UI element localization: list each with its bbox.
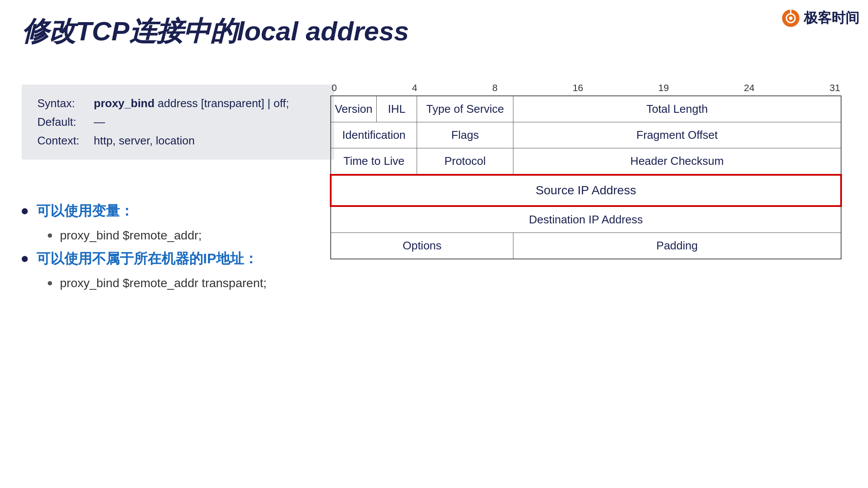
bullet-l2-remote-addr: proxy_bind $remote_addr;	[48, 229, 266, 242]
syntax-row-syntax: Syntax: proxy_bind address [transparent]…	[37, 97, 319, 110]
field-version: Version	[331, 96, 376, 122]
bullet-dot	[22, 208, 28, 214]
bit-19: 19	[658, 82, 669, 94]
bullets-section: 可以使用变量： proxy_bind $remote_addr; 可以使用不属于…	[22, 202, 266, 297]
bit-24: 24	[744, 82, 754, 94]
ip-row-3: Time to Live Protocol Header Checksum	[331, 148, 841, 175]
syntax-row-default: Default: —	[37, 115, 319, 129]
logo-area: 极客时间	[781, 9, 859, 28]
ip-row-source: Source IP Address	[331, 175, 841, 206]
svg-point-2	[789, 16, 792, 20]
title-prefix: 修改TCP连接中的	[22, 16, 237, 46]
field-total-length: Total Length	[513, 96, 841, 122]
bit-4: 4	[412, 82, 417, 94]
title-suffix: local address	[237, 16, 409, 46]
syntax-value-syntax: proxy_bind address [transparent] | off;	[94, 97, 289, 110]
bit-0: 0	[332, 82, 337, 94]
field-options: Options	[331, 233, 513, 259]
syntax-value-default: —	[94, 115, 105, 129]
syntax-label-default: Default:	[37, 115, 94, 129]
ip-row-dest: Destination IP Address	[331, 206, 841, 233]
bullet-l2-transparent-text: proxy_bind $remote_addr transparent;	[60, 276, 266, 290]
bullet-l1-vars: 可以使用变量：	[22, 202, 266, 221]
bullet-l1-nonlocal: 可以使用不属于所在机器的IP地址：	[22, 249, 266, 269]
field-source-ip: Source IP Address	[331, 175, 841, 206]
syntax-row-context: Context: http, server, location	[37, 134, 319, 147]
syntax-box: Syntax: proxy_bind address [transparent]…	[22, 85, 334, 160]
syntax-keyword: proxy_bind	[94, 97, 155, 110]
bullet-dot-small	[48, 233, 52, 238]
field-padding: Padding	[513, 233, 841, 259]
page-title: 修改TCP连接中的local address	[22, 13, 409, 49]
bullet-l2-remote-addr-text: proxy_bind $remote_addr;	[60, 229, 202, 242]
bullet-l2-transparent: proxy_bind $remote_addr transparent;	[48, 276, 266, 290]
field-identification: Identification	[331, 122, 417, 148]
ip-table: Version IHL Type of Service Total Length…	[330, 95, 842, 259]
field-header-checksum: Header Checksum	[513, 148, 841, 175]
ip-diagram: 0 4 8 16 19 24 31 Version IHL Type of Se…	[330, 82, 842, 259]
bullet-l1-nonlocal-text: 可以使用不属于所在机器的IP地址：	[36, 249, 258, 269]
field-fragment-offset: Fragment Offset	[513, 122, 841, 148]
bit-8: 8	[492, 82, 497, 94]
field-ihl: IHL	[376, 96, 417, 122]
bullet-dot-2	[22, 256, 28, 262]
bullet-dot-small-2	[48, 281, 52, 285]
syntax-label-context: Context:	[37, 134, 94, 147]
field-protocol: Protocol	[417, 148, 513, 175]
bit-16: 16	[572, 82, 583, 94]
ip-row-options: Options Padding	[331, 233, 841, 259]
field-destination-ip: Destination IP Address	[331, 206, 841, 233]
syntax-value-context: http, server, location	[94, 134, 195, 147]
field-flags: Flags	[417, 122, 513, 148]
bit-labels-row: 0 4 8 16 19 24 31	[330, 82, 842, 94]
ip-row-1: Version IHL Type of Service Total Length	[331, 96, 841, 122]
ip-row-2: Identification Flags Fragment Offset	[331, 122, 841, 148]
logo-icon	[781, 9, 800, 28]
field-tos: Type of Service	[417, 96, 513, 122]
field-ttl: Time to Live	[331, 148, 417, 175]
bit-31: 31	[829, 82, 840, 94]
bullet-l1-vars-text: 可以使用变量：	[36, 202, 134, 221]
logo-text: 极客时间	[804, 9, 859, 28]
syntax-label-syntax: Syntax:	[37, 97, 94, 110]
